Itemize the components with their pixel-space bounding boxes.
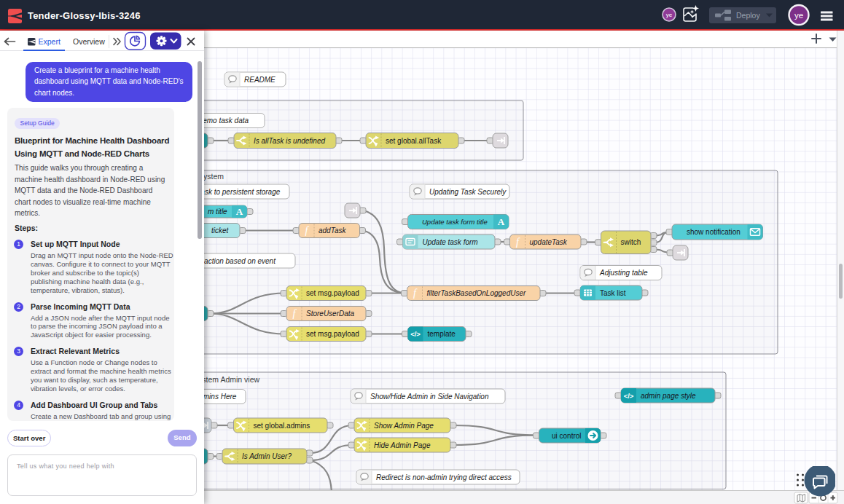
svg-text:template: template bbox=[428, 330, 456, 338]
svg-text:Is Admin User?: Is Admin User? bbox=[242, 452, 292, 460]
svg-text:A: A bbox=[236, 206, 243, 217]
svg-text:Updating Task Securely: Updating Task Securely bbox=[429, 188, 507, 196]
svg-text:ui control: ui control bbox=[552, 432, 582, 440]
svg-text:ticket: ticket bbox=[211, 227, 230, 235]
svg-text:Redirect is non-admin trying d: Redirect is non-admin trying direct acce… bbox=[376, 473, 512, 481]
svg-text:Demo task data: Demo task data bbox=[204, 117, 249, 125]
svg-text:ye: ye bbox=[794, 11, 803, 20]
svg-text:addTask: addTask bbox=[319, 227, 346, 235]
svg-text:</>: </> bbox=[410, 330, 421, 338]
svg-text:set msg.payload: set msg.payload bbox=[306, 330, 359, 338]
svg-text:Update task form title: Update task form title bbox=[422, 218, 488, 226]
svg-text:Deploy: Deploy bbox=[736, 11, 760, 20]
svg-text:m title: m title bbox=[208, 208, 227, 216]
svg-text:README: README bbox=[244, 76, 276, 84]
svg-text:Update Task System Admin view: Update Task System Admin view bbox=[204, 375, 260, 384]
svg-text:Overview: Overview bbox=[73, 37, 105, 46]
svg-text:Hide Admin Page: Hide Admin Page bbox=[374, 441, 431, 449]
svg-text:Show Admin Page: Show Admin Page bbox=[374, 422, 434, 430]
svg-text:Save task to persistent storag: Save task to persistent storage bbox=[204, 188, 281, 196]
svg-text:A: A bbox=[498, 216, 505, 227]
svg-text:set msg.payload: set msg.payload bbox=[306, 289, 359, 297]
svg-text:Adjusting table: Adjusting table bbox=[599, 269, 648, 277]
svg-text:Show/Hide Admin in Side Naviga: Show/Hide Admin in Side Navigation bbox=[370, 393, 489, 401]
svg-text:</>: </> bbox=[624, 392, 634, 400]
svg-text:set global.admins: set global.admins bbox=[254, 422, 310, 430]
svg-text:admin page style: admin page style bbox=[641, 392, 696, 400]
svg-text:Take action based on event: Take action based on event bbox=[204, 257, 276, 265]
svg-text:Task list: Task list bbox=[600, 289, 626, 297]
svg-text:switch: switch bbox=[621, 238, 641, 246]
svg-text:ye: ye bbox=[666, 12, 673, 18]
svg-text:Update Task System: Update Task System bbox=[204, 172, 224, 181]
svg-text:set global.allTask: set global.allTask bbox=[386, 137, 442, 145]
svg-text:show notification: show notification bbox=[687, 228, 741, 236]
svg-text:StoreUserData: StoreUserData bbox=[306, 310, 355, 318]
svg-text:Is allTask is undefined: Is allTask is undefined bbox=[254, 137, 325, 145]
svg-text:Update task form: Update task form bbox=[423, 238, 478, 246]
svg-text:Expert: Expert bbox=[39, 37, 60, 46]
svg-text:Manage Admins Here: Manage Admins Here bbox=[204, 393, 237, 401]
svg-text:filterTaskBasedOnLoggedUser: filterTaskBasedOnLoggedUser bbox=[427, 289, 526, 297]
svg-text:updateTask: updateTask bbox=[530, 238, 568, 246]
